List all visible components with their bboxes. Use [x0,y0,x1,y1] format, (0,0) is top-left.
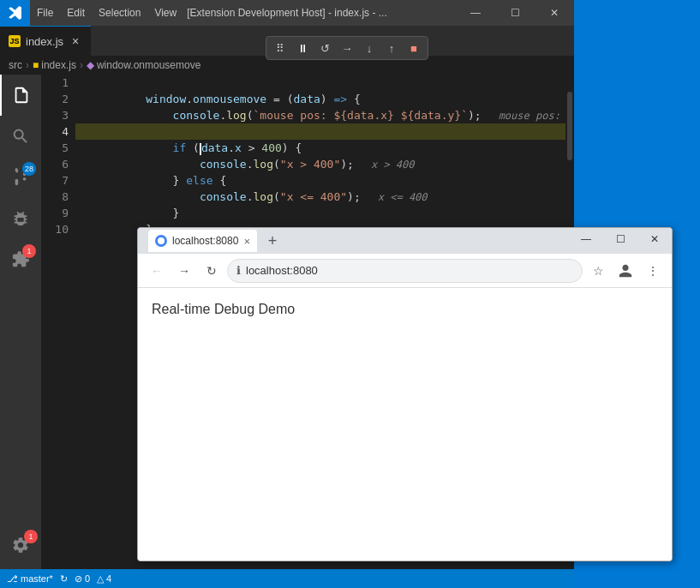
bookmark-btn[interactable]: ☆ [586,259,610,283]
activity-bar: 28 1 1 [0,75,41,569]
window-title: [Extension Development Host] - index.js … [187,7,386,19]
debug-toolbar: ⠿ ⏸ ↺ → ↓ ↑ ■ [266,36,428,60]
breadcrumb-indexjs[interactable]: ■ index.js [33,59,76,71]
close-button[interactable]: ✕ [535,0,574,26]
info-icon: ℹ [236,264,241,277]
page-heading: Real-time Debug Demo [152,302,658,317]
tab-file-icon: JS [9,35,21,47]
breadcrumb-sep-1: › [26,59,29,71]
status-errors[interactable]: ⊘ 0 [75,573,90,585]
browser-tab-close[interactable]: × [243,235,250,248]
activity-extensions[interactable]: 1 [0,239,41,280]
url-text: localhost:8080 [246,264,573,277]
forward-btn[interactable]: → [172,259,196,283]
source-control-badge: 28 [22,162,36,176]
code-line-4: if (data.x > 400) { [75,123,574,140]
address-bar[interactable]: ℹ localhost:8080 [227,259,583,283]
back-btn[interactable]: ← [145,259,169,283]
line-numbers: 1 2 3 4 5 6 7 8 9 10 [41,75,75,237]
browser-tab[interactable]: localhost:8080 × [148,230,257,252]
debug-step-over-btn[interactable]: → [337,39,357,57]
scrollbar-thumb [567,92,572,160]
settings-badge: 1 [24,530,38,543]
menu-view[interactable]: View [147,0,183,26]
status-warnings[interactable]: △ 4 [97,573,111,585]
profile-btn[interactable] [613,259,637,283]
browser-close[interactable]: ✕ [637,228,672,250]
status-bar: ⎇ master* ↻ ⊘ 0 △ 4 [0,569,574,588]
tab-filename: index.js [26,35,63,48]
browser-maximize[interactable]: ☐ [603,228,637,250]
tab-index-js[interactable]: JS index.js × [0,26,91,56]
title-bar: File Edit Selection View ... [Extension … [0,0,574,26]
browser-title-bar: localhost:8080 × + — ☐ ✕ [138,228,672,254]
tab-close-btn[interactable]: × [69,34,82,48]
browser-tab-title: localhost:8080 [172,235,238,247]
menu-file[interactable]: File [30,0,60,26]
breadcrumb-indexjs-label: index.js [41,59,76,71]
menu-bar: File Edit Selection View ... [30,0,206,26]
vscode-logo [0,0,30,26]
svg-point-0 [158,237,165,244]
debug-grid-btn[interactable]: ⠿ [270,39,290,57]
breadcrumb-function-label: window.onmousemove [97,59,200,71]
breadcrumb-src[interactable]: src [9,59,22,71]
activity-settings[interactable]: 1 [0,525,41,566]
breadcrumb-sep-2: › [80,59,83,71]
minimize-button[interactable]: — [456,0,495,26]
code-line-1: window.onmousemove = (data) => { [75,75,574,91]
browser-content: Real-time Debug Demo [138,288,672,561]
activity-files[interactable] [0,75,41,116]
browser-tab-favicon [155,235,167,247]
browser-toolbar: ← → ↻ ℹ localhost:8080 ☆ ⋮ [138,254,672,288]
status-sync[interactable]: ↻ [60,573,68,585]
browser-window-controls: — ☐ ✕ [569,228,672,250]
error-text: ⊘ 0 [75,573,90,585]
breadcrumb-file-icon: ■ [33,59,39,71]
activity-source-control[interactable]: 28 [0,157,41,198]
sync-icon: ↻ [60,573,68,585]
breadcrumb-fn-icon: ◆ [87,59,94,71]
window-controls: — ☐ ✕ [456,0,574,26]
debug-step-into-btn[interactable]: ↓ [359,39,380,57]
browser-minimize[interactable]: — [569,228,603,250]
title-bar-left: File Edit Selection View ... [0,0,206,26]
reload-btn[interactable]: ↻ [200,259,224,283]
extensions-badge: 1 [22,244,36,258]
branch-icon: ⎇ [7,573,18,585]
activity-search[interactable] [0,116,41,157]
warning-icon: △ [97,573,104,585]
browser-window: localhost:8080 × + — ☐ ✕ ← → ↻ ℹ localho… [137,227,673,561]
warning-count: 4 [106,573,111,584]
menu-selection[interactable]: Selection [92,0,147,26]
new-tab-btn[interactable]: + [260,230,284,252]
debug-pause-btn[interactable]: ⏸ [292,39,313,57]
breadcrumb-function[interactable]: ◆ window.onmousemove [87,59,200,71]
menu-edit[interactable]: Edit [60,0,92,26]
maximize-button[interactable]: ☐ [495,0,535,26]
more-btn[interactable]: ⋮ [641,259,665,283]
branch-name: master* [21,573,53,584]
debug-step-out-btn[interactable]: ↑ [381,39,402,57]
tab-bar: ⠿ ⏸ ↺ → ↓ ↑ ■ JS index.js × [0,26,574,56]
debug-stop-btn[interactable]: ■ [404,39,424,57]
debug-restart-btn[interactable]: ↺ [314,39,335,57]
status-branch[interactable]: ⎇ master* [7,573,53,585]
activity-debug[interactable] [0,198,41,239]
